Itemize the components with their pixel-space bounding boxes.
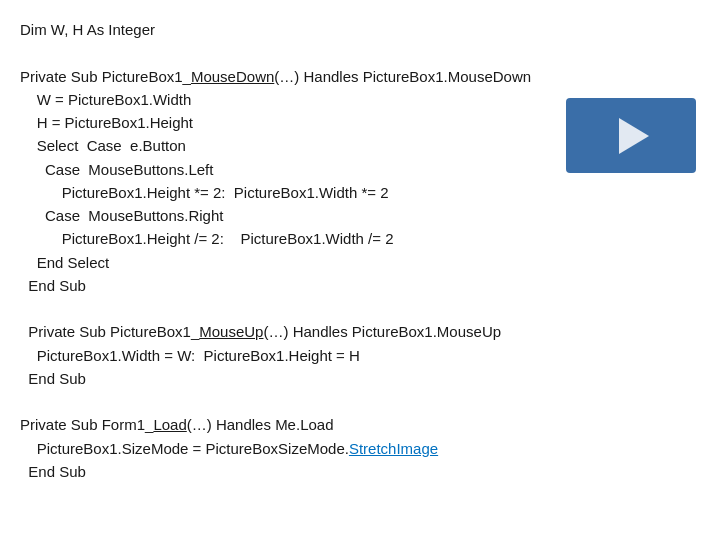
code-line-9: Case MouseButtons.Right <box>20 204 700 227</box>
code-line-8: PictureBox1.Height *= 2: PictureBox1.Wid… <box>20 181 700 204</box>
code-line-empty-3 <box>20 390 700 413</box>
play-icon <box>619 118 649 154</box>
video-thumbnail[interactable] <box>566 98 696 173</box>
code-line-10: PictureBox1.Height /= 2: PictureBox1.Wid… <box>20 227 700 250</box>
code-line-15: PictureBox1.Width = W: PictureBox1.Heigh… <box>20 344 700 367</box>
code-line-1: Dim W, H As Integer <box>20 18 700 41</box>
code-line-empty-2 <box>20 297 700 320</box>
code-line-16: End Sub <box>20 367 700 390</box>
code-line-19: PictureBox1.SizeMode = PictureBoxSizeMod… <box>20 437 700 460</box>
code-line-18: Private Sub Form1_Load(…) Handles Me.Loa… <box>20 413 700 436</box>
code-line-3: Private Sub PictureBox1_MouseDown(…) Han… <box>20 65 700 88</box>
code-line-11: End Select <box>20 251 700 274</box>
stretch-image-link: StretchImage <box>349 440 438 457</box>
code-line-empty-1 <box>20 41 700 64</box>
code-line-20: End Sub <box>20 460 700 483</box>
code-line-12: End Sub <box>20 274 700 297</box>
code-line-14: Private Sub PictureBox1_MouseUp(…) Handl… <box>20 320 700 343</box>
code-editor: Dim W, H As Integer Private Sub PictureB… <box>0 0 720 540</box>
